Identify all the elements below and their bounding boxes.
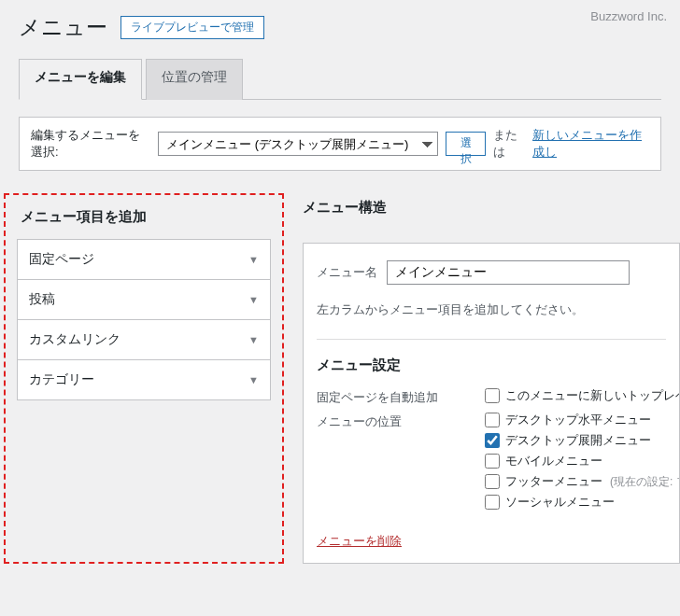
- accordion-item-pages[interactable]: 固定ページ ▼: [18, 240, 270, 280]
- accordion-label: 投稿: [29, 291, 55, 308]
- auto-add-checkbox[interactable]: [485, 388, 500, 403]
- chevron-down-icon: ▼: [248, 374, 259, 385]
- accordion-label: カテゴリー: [29, 371, 94, 388]
- structure-title: メニュー構造: [303, 199, 680, 230]
- location-sub-label: (現在の設定: フッ: [610, 474, 680, 490]
- auto-add-checkbox-label: このメニューに新しいトップレベ: [505, 387, 680, 404]
- accordion-item-posts[interactable]: 投稿 ▼: [18, 280, 270, 320]
- accordion-item-custom-link[interactable]: カスタムリンク ▼: [18, 320, 270, 360]
- location-checkbox[interactable]: [485, 474, 500, 489]
- location-checkbox-label: デスクトップ展開メニュー: [505, 432, 651, 449]
- chevron-down-icon: ▼: [248, 254, 259, 265]
- live-preview-button[interactable]: ライブプレビューで管理: [120, 16, 264, 39]
- menu-name-label: メニュー名: [317, 264, 377, 281]
- settings-title: メニュー設定: [317, 357, 666, 374]
- location-checkbox-label: ソーシャルメニュー: [505, 494, 615, 511]
- accordion-label: カスタムリンク: [29, 331, 120, 348]
- menu-name-input[interactable]: [387, 260, 630, 285]
- menu-select[interactable]: メインメニュー (デスクトップ展開メニュー): [158, 132, 438, 156]
- chevron-down-icon: ▼: [248, 294, 259, 305]
- accordion-item-categories[interactable]: カテゴリー ▼: [18, 360, 270, 399]
- location-label: メニューの位置: [317, 412, 485, 430]
- location-checkbox[interactable]: [485, 454, 500, 469]
- brand-label: Buzzword Inc.: [590, 9, 667, 23]
- instruction-text: 左カラムからメニュー項目を追加してください。: [317, 301, 666, 318]
- location-checkbox-label: フッターメニュー: [505, 473, 602, 490]
- select-menu-label: 編集するメニューを選択:: [31, 127, 150, 161]
- select-button[interactable]: 選択: [446, 132, 486, 156]
- location-checkbox-label: デスクトップ水平メニュー: [505, 412, 651, 428]
- tab-edit-menu[interactable]: メニューを編集: [19, 59, 142, 100]
- auto-add-label: 固定ページを自動追加: [317, 387, 485, 406]
- location-checkbox[interactable]: [485, 413, 500, 427]
- or-text: または: [493, 127, 525, 161]
- location-checkbox-group: デスクトップ水平メニューデスクトップ展開メニューモバイルメニューフッターメニュー…: [485, 412, 680, 511]
- chevron-down-icon: ▼: [248, 334, 259, 345]
- accordion-label: 固定ページ: [29, 251, 94, 268]
- tab-manage-locations[interactable]: 位置の管理: [146, 59, 243, 100]
- separator: [317, 339, 666, 340]
- create-new-menu-link[interactable]: 新しいメニューを作成し: [532, 127, 649, 161]
- location-checkbox[interactable]: [485, 495, 500, 510]
- add-items-title: メニュー項目を追加: [21, 208, 271, 226]
- location-checkbox[interactable]: [485, 433, 500, 448]
- delete-menu-link[interactable]: メニューを削除: [317, 533, 402, 550]
- location-checkbox-label: モバイルメニュー: [505, 453, 602, 469]
- page-title: メニュー: [19, 13, 107, 42]
